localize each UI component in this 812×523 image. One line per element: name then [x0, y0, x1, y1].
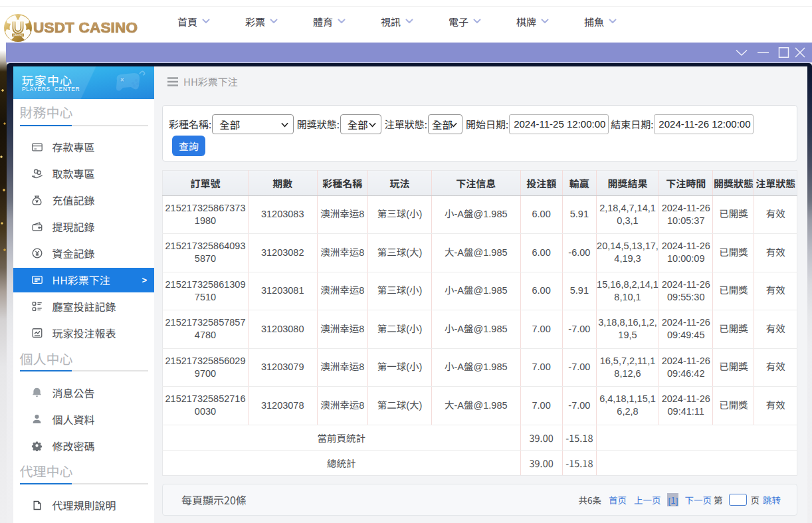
svg-text:CASINO: CASINO — [13, 34, 23, 37]
